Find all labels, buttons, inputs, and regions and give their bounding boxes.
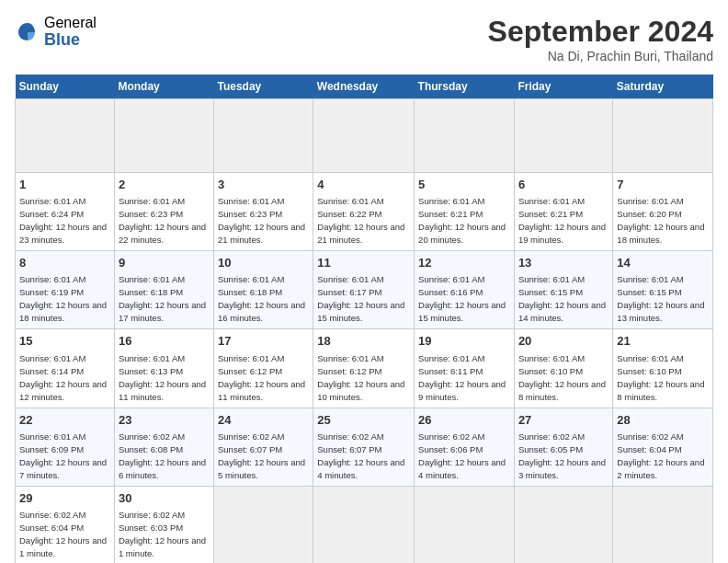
- header-monday: Monday: [114, 75, 213, 99]
- calendar-cell: [214, 99, 313, 173]
- day-number: 23: [119, 412, 210, 429]
- day-number: 29: [19, 490, 110, 507]
- calendar-week-row: 29 Sunrise: 6:02 AMSunset: 6:04 PMDaylig…: [16, 486, 713, 563]
- day-info: Sunrise: 6:01 AMSunset: 6:24 PMDaylight:…: [19, 196, 107, 245]
- day-info: Sunrise: 6:01 AMSunset: 6:21 PMDaylight:…: [418, 196, 506, 245]
- day-number: 25: [317, 412, 410, 429]
- calendar-cell: 9 Sunrise: 6:01 AMSunset: 6:18 PMDayligh…: [114, 251, 213, 329]
- day-number: 20: [518, 333, 609, 350]
- day-number: 4: [317, 177, 410, 193]
- day-info: Sunrise: 6:02 AMSunset: 6:04 PMDaylight:…: [19, 510, 107, 558]
- calendar-week-row: 1 Sunrise: 6:01 AMSunset: 6:24 PMDayligh…: [16, 173, 713, 251]
- header-friday: Friday: [514, 75, 612, 99]
- day-info: Sunrise: 6:02 AMSunset: 6:06 PMDaylight:…: [418, 431, 506, 480]
- calendar-cell: [415, 486, 515, 563]
- day-info: Sunrise: 6:01 AMSunset: 6:21 PMDaylight:…: [518, 196, 606, 245]
- location-title: Na Di, Prachin Buri, Thailand: [488, 49, 713, 63]
- day-number: 13: [518, 255, 609, 271]
- calendar-week-row: 15 Sunrise: 6:01 AMSunset: 6:14 PMDaylig…: [16, 329, 713, 408]
- calendar-cell: [313, 486, 415, 563]
- day-info: Sunrise: 6:02 AMSunset: 6:04 PMDaylight:…: [617, 431, 704, 480]
- logo-icon: [15, 19, 40, 45]
- day-info: Sunrise: 6:02 AMSunset: 6:05 PMDaylight:…: [518, 431, 606, 480]
- day-info: Sunrise: 6:01 AMSunset: 6:20 PMDaylight:…: [617, 196, 704, 245]
- day-number: 24: [218, 412, 309, 429]
- calendar-cell: 5 Sunrise: 6:01 AMSunset: 6:21 PMDayligh…: [415, 173, 515, 251]
- calendar-cell: [313, 99, 415, 173]
- day-info: Sunrise: 6:01 AMSunset: 6:16 PMDaylight:…: [418, 274, 506, 323]
- day-info: Sunrise: 6:01 AMSunset: 6:15 PMDaylight:…: [518, 274, 606, 323]
- logo-blue: Blue: [44, 31, 97, 50]
- calendar-cell: 6 Sunrise: 6:01 AMSunset: 6:21 PMDayligh…: [514, 173, 612, 251]
- calendar-cell: 2 Sunrise: 6:01 AMSunset: 6:23 PMDayligh…: [114, 173, 213, 251]
- calendar-week-row: [16, 99, 713, 173]
- calendar-cell: 26 Sunrise: 6:02 AMSunset: 6:06 PMDaylig…: [415, 408, 515, 486]
- day-number: 8: [19, 255, 110, 271]
- day-number: 12: [418, 255, 510, 271]
- day-number: 7: [617, 177, 709, 193]
- calendar-cell: [613, 99, 713, 173]
- calendar-cell: 14 Sunrise: 6:01 AMSunset: 6:15 PMDaylig…: [613, 251, 713, 329]
- calendar-cell: [514, 99, 612, 173]
- page-header: General Blue September 2024 Na Di, Prach…: [15, 15, 713, 63]
- calendar-cell: 21 Sunrise: 6:01 AMSunset: 6:10 PMDaylig…: [613, 329, 713, 408]
- calendar-table: SundayMondayTuesdayWednesdayThursdayFrid…: [15, 75, 713, 563]
- day-number: 26: [418, 412, 510, 429]
- calendar-cell: 3 Sunrise: 6:01 AMSunset: 6:23 PMDayligh…: [214, 173, 313, 251]
- calendar-cell: 4 Sunrise: 6:01 AMSunset: 6:22 PMDayligh…: [313, 173, 415, 251]
- day-info: Sunrise: 6:01 AMSunset: 6:19 PMDaylight:…: [19, 274, 107, 323]
- day-number: 1: [19, 177, 110, 193]
- day-info: Sunrise: 6:01 AMSunset: 6:12 PMDaylight:…: [317, 353, 404, 402]
- calendar-cell: 20 Sunrise: 6:01 AMSunset: 6:10 PMDaylig…: [514, 329, 612, 408]
- day-info: Sunrise: 6:01 AMSunset: 6:15 PMDaylight:…: [617, 274, 704, 323]
- day-number: 11: [317, 255, 410, 271]
- day-number: 22: [19, 412, 110, 429]
- day-number: 14: [617, 255, 709, 271]
- day-number: 28: [617, 412, 709, 429]
- day-info: Sunrise: 6:01 AMSunset: 6:13 PMDaylight:…: [119, 353, 206, 402]
- calendar-cell: 23 Sunrise: 6:02 AMSunset: 6:08 PMDaylig…: [114, 408, 213, 486]
- header-tuesday: Tuesday: [214, 75, 313, 99]
- day-info: Sunrise: 6:01 AMSunset: 6:10 PMDaylight:…: [518, 353, 606, 402]
- calendar-cell: 16 Sunrise: 6:01 AMSunset: 6:13 PMDaylig…: [114, 329, 213, 408]
- day-info: Sunrise: 6:01 AMSunset: 6:10 PMDaylight:…: [617, 353, 704, 402]
- logo-text: General Blue: [44, 15, 97, 49]
- calendar-cell: [415, 99, 515, 173]
- day-number: 9: [119, 255, 210, 271]
- calendar-cell: 10 Sunrise: 6:01 AMSunset: 6:18 PMDaylig…: [214, 251, 313, 329]
- header-thursday: Thursday: [415, 75, 515, 99]
- logo-general: General: [44, 15, 97, 31]
- calendar-cell: 27 Sunrise: 6:02 AMSunset: 6:05 PMDaylig…: [514, 408, 612, 486]
- day-number: 6: [518, 177, 609, 193]
- calendar-cell: 13 Sunrise: 6:01 AMSunset: 6:15 PMDaylig…: [514, 251, 612, 329]
- calendar-cell: 18 Sunrise: 6:01 AMSunset: 6:12 PMDaylig…: [313, 329, 415, 408]
- calendar-cell: 1 Sunrise: 6:01 AMSunset: 6:24 PMDayligh…: [16, 173, 115, 251]
- day-number: 17: [218, 333, 309, 350]
- day-number: 15: [19, 333, 110, 350]
- calendar-cell: 11 Sunrise: 6:01 AMSunset: 6:17 PMDaylig…: [313, 251, 415, 329]
- day-info: Sunrise: 6:02 AMSunset: 6:07 PMDaylight:…: [317, 431, 404, 480]
- day-number: 21: [617, 333, 709, 350]
- header-saturday: Saturday: [613, 75, 713, 99]
- day-number: 30: [119, 490, 210, 507]
- day-number: 18: [317, 333, 410, 350]
- day-number: 10: [218, 255, 309, 271]
- day-info: Sunrise: 6:02 AMSunset: 6:08 PMDaylight:…: [119, 431, 206, 480]
- calendar-cell: 25 Sunrise: 6:02 AMSunset: 6:07 PMDaylig…: [313, 408, 415, 486]
- day-number: 3: [218, 177, 309, 193]
- calendar-cell: 19 Sunrise: 6:01 AMSunset: 6:11 PMDaylig…: [415, 329, 515, 408]
- calendar-cell: 28 Sunrise: 6:02 AMSunset: 6:04 PMDaylig…: [613, 408, 713, 486]
- day-info: Sunrise: 6:01 AMSunset: 6:18 PMDaylight:…: [218, 274, 305, 323]
- day-number: 19: [418, 333, 510, 350]
- day-info: Sunrise: 6:02 AMSunset: 6:03 PMDaylight:…: [119, 510, 206, 558]
- calendar-cell: 12 Sunrise: 6:01 AMSunset: 6:16 PMDaylig…: [415, 251, 515, 329]
- day-info: Sunrise: 6:01 AMSunset: 6:18 PMDaylight:…: [119, 274, 206, 323]
- calendar-cell: 24 Sunrise: 6:02 AMSunset: 6:07 PMDaylig…: [214, 408, 313, 486]
- day-info: Sunrise: 6:01 AMSunset: 6:09 PMDaylight:…: [19, 431, 107, 480]
- calendar-cell: 29 Sunrise: 6:02 AMSunset: 6:04 PMDaylig…: [16, 486, 115, 563]
- day-info: Sunrise: 6:01 AMSunset: 6:22 PMDaylight:…: [317, 196, 404, 245]
- day-info: Sunrise: 6:01 AMSunset: 6:12 PMDaylight:…: [218, 353, 305, 402]
- day-number: 16: [119, 333, 210, 350]
- title-section: September 2024 Na Di, Prachin Buri, Thai…: [488, 15, 713, 63]
- day-info: Sunrise: 6:01 AMSunset: 6:14 PMDaylight:…: [19, 353, 107, 402]
